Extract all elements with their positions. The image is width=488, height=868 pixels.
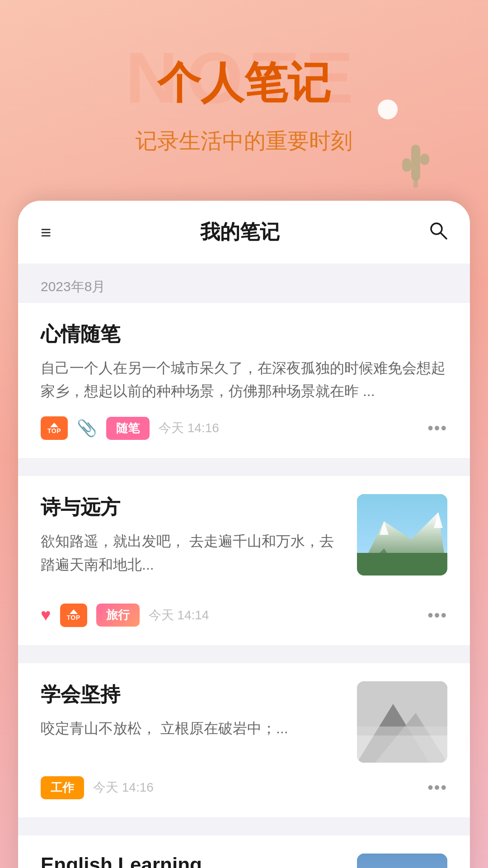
page-title: 我的笔记 [200,219,280,245]
note-card-2: 诗与远方 欲知路遥，就出发吧， 去走遍千山和万水，去踏遍天南和地北... [18,476,470,645]
more-button-2[interactable]: ••• [427,606,447,624]
note-title-4: English Learning [41,854,343,868]
note-content-1: 自己一个人在另一个城市呆久了，在深夜孤独的时候难免会想起家乡，想起以前的种种场景… [41,357,447,403]
hero-section: NOTE 个人笔记 记录生活中的重要时刻 [0,0,488,183]
note-content-2: 欲知路遥，就出发吧， 去走遍千山和万水，去踏遍天南和地北... [41,530,343,576]
svg-rect-17 [357,854,447,868]
note-title-2: 诗与远方 [41,494,343,521]
tag-1[interactable]: 随笔 [106,417,150,440]
note-card-1: 心情随笔 自己一个人在另一个城市呆久了，在深夜孤独的时候难免会想起家乡，想起以前… [18,303,470,458]
attachment-icon-1: 📎 [77,419,97,438]
hero-subtitle: 记录生活中的重要时刻 [36,127,452,156]
main-card-container: ≡ 我的笔记 2023年8月 心情随笔 自己一个人在另一个城市呆久了，在深夜孤独… [18,201,470,868]
hero-title: 个人笔记 [36,54,452,113]
note-footer-2: ♥ TOP 旅行 今天 14:14 ••• [41,604,447,627]
top-icon-1: TOP [41,416,68,440]
heart-icon-2: ♥ [41,605,51,625]
date-label: 2023年8月 [41,279,105,294]
svg-rect-3 [413,179,418,188]
app-header: ≡ 我的笔记 [18,201,470,264]
note-footer-3: 工作 今天 14:16 ••• [41,776,447,799]
gap-2 [18,654,470,663]
more-button-3[interactable]: ••• [427,778,447,797]
gap-3 [18,826,470,835]
svg-point-4 [431,223,442,234]
top-icon-2: TOP [60,604,87,627]
svg-line-5 [441,233,446,239]
note-image-3: 共1张 [357,681,447,763]
note-body-4: English Learning We can never get it by … [41,854,447,868]
note-text-3: 学会坚持 咬定青山不放松， 立根原在破岩中；... [41,681,343,763]
note-title-1: 心情随笔 [41,321,447,348]
gap-1 [18,467,470,476]
note-body-2: 诗与远方 欲知路遥，就出发吧， 去走遍千山和万水，去踏遍天南和地北... [41,494,447,590]
note-title-3: 学会坚持 [41,681,343,708]
svg-rect-16 [357,726,447,736]
note-text-2: 诗与远方 欲知路遥，就出发吧， 去走遍千山和万水，去踏遍天南和地北... [41,494,343,590]
svg-rect-15 [357,736,447,763]
timestamp-1: 今天 14:16 [159,420,219,437]
note-image-4: 共1张 [357,854,447,868]
note-text-4: English Learning We can never get it by … [41,854,343,868]
note-body-3: 学会坚持 咬定青山不放松， 立根原在破岩中；... [41,681,447,763]
note-card-3: 学会坚持 咬定青山不放松， 立根原在破岩中；... [18,663,470,817]
more-button-1[interactable]: ••• [427,419,447,437]
svg-rect-1 [402,158,411,172]
tag-2[interactable]: 旅行 [96,604,140,627]
note-content-3: 咬定青山不放松， 立根原在破岩中；... [41,717,343,740]
timestamp-2: 今天 14:14 [149,607,209,624]
menu-icon[interactable]: ≡ [41,223,51,241]
note-card-4: English Learning We can never get it by … [18,835,470,868]
timestamp-3: 今天 14:16 [93,779,154,796]
note-image-2: 共1张 [357,494,447,576]
svg-rect-9 [357,553,447,576]
date-section: 2023年8月 [18,264,470,303]
note-footer-1: TOP 📎 随笔 今天 14:16 ••• [41,416,447,440]
tag-3[interactable]: 工作 [41,776,84,799]
search-icon[interactable] [428,221,447,244]
